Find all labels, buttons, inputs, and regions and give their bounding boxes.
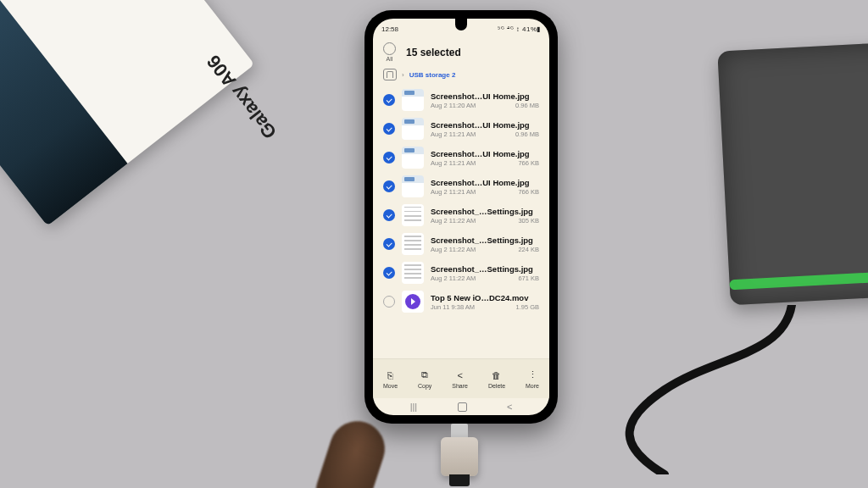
file-size: 1.95 GB [515, 303, 539, 311]
file-date: Aug 2 11:22 AM [431, 274, 476, 282]
android-nav-bar: ||| < [373, 398, 549, 415]
file-size: 305 KB [518, 217, 539, 225]
file-thumbnail [402, 147, 424, 169]
list-item[interactable]: Screenshot…UI Home.jpg Aug 2 11:21 AM0.9… [373, 114, 549, 143]
selection-count-title: 15 selected [406, 47, 461, 58]
file-thumbnail [402, 291, 424, 313]
file-name: Screenshot…UI Home.jpg [431, 120, 539, 130]
copy-button[interactable]: ⧉ Copy [418, 369, 431, 389]
select-all-label: All [387, 56, 393, 62]
row-checkbox[interactable] [383, 180, 395, 192]
selection-header: All 15 selected › USB storage 2 [373, 37, 549, 82]
file-thumbnail [402, 175, 424, 197]
file-size: 671 KB [518, 274, 539, 282]
photo-scene: Galaxy A06 12:58 ⁵ᴳ ⁴ᴳ ↕ 41%▮ All [0, 0, 868, 488]
file-size: 0.96 MB [515, 130, 539, 138]
delete-button[interactable]: 🗑 Delete [488, 369, 505, 389]
file-name: Top 5 New iO…DC24.mov [431, 293, 539, 302]
box-art [0, 0, 128, 226]
power-bank [717, 42, 868, 306]
list-item[interactable]: Screenshot_…Settings.jpg Aug 2 11:22 AM2… [373, 230, 549, 258]
action-bar: ⎘ Move ⧉ Copy < Share 🗑 Delete ⋮ More [373, 358, 549, 398]
file-size: 0.96 MB [515, 102, 539, 109]
copy-icon: ⧉ [419, 369, 431, 381]
list-item[interactable]: Screenshot…UI Home.jpg Aug 2 11:21 AM766… [373, 172, 549, 201]
list-item[interactable]: Screenshot_…Settings.jpg Aug 2 11:22 AM3… [373, 201, 549, 230]
file-size: 766 KB [518, 188, 539, 196]
product-box: Galaxy A06 [0, 0, 254, 226]
more-button[interactable]: ⋮ More [526, 369, 539, 389]
row-checkbox[interactable] [383, 238, 395, 250]
file-thumbnail [402, 118, 424, 140]
usb-cable [614, 305, 834, 474]
breadcrumb-usb-storage[interactable]: USB storage 2 [409, 71, 456, 79]
move-button[interactable]: ⎘ Move [383, 369, 398, 389]
status-indicators: ⁵ᴳ ⁴ᴳ ↕ 41%▮ [498, 25, 541, 33]
file-name: Screenshot…UI Home.jpg [431, 92, 539, 101]
camera-notch [455, 19, 467, 30]
list-item[interactable]: Screenshot…UI Home.jpg Aug 2 11:21 AM766… [373, 143, 549, 172]
more-vertical-icon: ⋮ [526, 369, 538, 381]
row-checkbox[interactable] [383, 267, 395, 279]
otg-adapter [441, 424, 478, 488]
home-icon[interactable] [383, 69, 397, 80]
status-time: 12:58 [381, 25, 398, 33]
file-name: Screenshot_…Settings.jpg [431, 236, 539, 245]
file-date: Aug 2 11:21 AM [431, 159, 476, 167]
file-list[interactable]: Screenshot…UI Home.jpg Aug 2 11:20 AM0.9… [373, 82, 549, 358]
finger [311, 414, 392, 488]
home-button[interactable] [458, 402, 467, 412]
file-thumbnail [402, 233, 424, 255]
back-button[interactable]: < [507, 402, 512, 412]
phone-frame: 12:58 ⁵ᴳ ⁴ᴳ ↕ 41%▮ All 15 selected › USB… [364, 10, 558, 424]
share-icon: < [454, 369, 466, 381]
breadcrumb: › USB storage 2 [383, 69, 539, 80]
phone-screen: 12:58 ⁵ᴳ ⁴ᴳ ↕ 41%▮ All 15 selected › USB… [373, 19, 549, 415]
move-icon: ⎘ [385, 369, 397, 381]
list-item[interactable]: Screenshot_…Settings.jpg Aug 2 11:22 AM6… [373, 258, 549, 287]
share-button[interactable]: < Share [452, 369, 468, 389]
list-item[interactable]: Screenshot…UI Home.jpg Aug 2 11:20 AM0.9… [373, 86, 549, 114]
file-date: Aug 2 11:22 AM [431, 246, 476, 253]
row-checkbox[interactable] [383, 209, 395, 221]
row-checkbox[interactable] [383, 94, 395, 106]
select-all-checkbox[interactable] [383, 42, 396, 55]
file-thumbnail [402, 89, 424, 111]
row-checkbox[interactable] [383, 296, 395, 308]
file-size: 766 KB [518, 159, 539, 167]
row-checkbox[interactable] [383, 152, 395, 164]
box-model-label: Galaxy A06 [203, 51, 281, 143]
file-date: Aug 2 11:21 AM [431, 130, 476, 138]
file-name: Screenshot_…Settings.jpg [431, 264, 539, 274]
row-checkbox[interactable] [383, 123, 395, 135]
file-thumbnail [402, 262, 424, 284]
video-play-icon [405, 294, 420, 309]
list-item[interactable]: Top 5 New iO…DC24.mov Jun 11 9:38 AM1.95… [373, 287, 549, 316]
file-thumbnail [402, 204, 424, 226]
file-date: Jun 11 9:38 AM [431, 303, 475, 311]
recents-button[interactable]: ||| [410, 402, 418, 412]
file-date: Aug 2 11:20 AM [431, 102, 476, 109]
file-size: 224 KB [518, 246, 539, 253]
file-date: Aug 2 11:22 AM [431, 217, 476, 225]
power-bank-led-band [729, 270, 868, 290]
chevron-right-icon: › [402, 71, 404, 79]
file-name: Screenshot…UI Home.jpg [431, 149, 539, 158]
file-name: Screenshot_…Settings.jpg [431, 207, 539, 216]
trash-icon: 🗑 [491, 369, 503, 381]
file-date: Aug 2 11:21 AM [431, 188, 476, 196]
file-name: Screenshot…UI Home.jpg [431, 178, 539, 187]
